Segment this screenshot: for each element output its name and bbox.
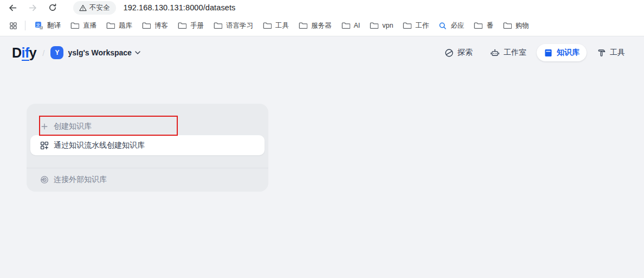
bookmarks-bar: 文A 翻译 直播 题库 博客 手册 语言学习 工具 服务器 [0,15,644,36]
bookmark-label: 工作 [415,21,429,30]
folder-icon [142,22,151,29]
top-nav: 探索 工作室 知识库 工具 [437,44,632,61]
bookmark-label: 工具 [275,21,289,30]
nav-label: 工具 [610,48,625,58]
logo-letter-d: D [12,45,22,61]
bookmark-folder[interactable]: 题库 [101,18,137,33]
back-arrow-icon [8,3,17,12]
connect-external-kb-button[interactable]: 连接外部知识库 [40,171,107,188]
workspace-name: yslg's Workspace [68,48,131,57]
bookmark-bing[interactable]: 必应 [434,18,469,33]
bookmark-label: vpn [382,22,393,29]
bookmark-folder[interactable]: 番 [469,18,498,33]
reload-icon [48,3,57,12]
bookmarks-divider [25,21,25,30]
tools-hammer-icon [597,48,606,58]
warning-triangle-icon [79,4,87,11]
bookmark-folder[interactable]: 博客 [137,18,173,33]
logo-letter-y: y [29,45,36,61]
external-target-icon [40,175,49,184]
bookmark-label: 直播 [83,21,96,30]
bookmark-folder[interactable]: 直播 [66,18,101,33]
dify-page: Dify / Y yslg's Workspace 探索 工作室 知识库 工具 [0,36,644,278]
bookmark-folder[interactable]: 服务器 [294,18,337,33]
bookmark-folder[interactable]: 手册 [173,18,209,33]
address-bar-row: 不安全 192.168.130.131:8000/datasets [0,0,644,15]
breadcrumb-separator: / [42,48,44,58]
menu-label: 连接外部知识库 [54,175,107,185]
site-security-chip[interactable]: 不安全 [73,1,116,15]
dify-logo[interactable]: Dify [12,45,36,61]
workspace-avatar: Y [50,46,63,59]
bookmark-label: 手册 [190,21,204,30]
url-text[interactable]: 192.168.130.131:8000/datasets [124,3,236,12]
nav-item-knowledge[interactable]: 知识库 [537,44,587,61]
bookmark-folder[interactable]: vpn [365,19,398,32]
folder-icon [474,22,482,29]
bookmark-folder[interactable]: 工作 [398,18,434,33]
bookmark-translate[interactable]: 文A 翻译 [30,18,66,33]
svg-text:A: A [40,26,42,29]
forward-button[interactable] [25,1,40,14]
nav-label: 探索 [458,48,473,58]
bookmark-label: 番 [486,21,493,30]
bookmark-folder[interactable]: 工具 [258,18,294,33]
reload-button[interactable] [46,1,60,14]
browser-chrome: 不安全 192.168.130.131:8000/datasets 文A 翻译 … [0,0,644,36]
security-label: 不安全 [89,3,110,12]
bookmark-label: 博客 [154,21,168,30]
folder-icon [70,22,79,29]
translate-icon: 文A [35,21,43,30]
bookmark-folder[interactable]: 购物 [498,18,534,33]
folder-icon [342,22,350,29]
folder-icon [370,22,378,29]
nav-label: 知识库 [557,48,579,58]
folder-icon [214,22,222,29]
explore-icon [445,48,454,58]
bookmark-label: 服务器 [311,21,332,30]
menu-label: 创建知识库 [54,122,92,131]
nav-item-explore[interactable]: 探索 [437,44,480,61]
apps-grid-button[interactable] [5,18,21,33]
bookmark-label: 题库 [119,21,132,30]
pipeline-grid-icon [40,141,49,150]
folder-icon [106,22,115,29]
create-kb-button[interactable]: 创建知识库 [40,118,92,135]
forward-arrow-icon [28,3,37,12]
folder-icon [299,22,307,29]
create-kb-card: 创建知识库 通过知识流水线创建知识库 连接外部知识库 [27,104,268,192]
studio-robot-icon [490,48,500,58]
apps-grid-icon [9,22,17,30]
bookmark-label: AI [354,22,360,29]
folder-icon [503,22,512,29]
nav-label: 工作室 [504,48,526,58]
bookmark-folder[interactable]: 语言学习 [209,18,258,33]
bookmark-label: 翻译 [47,21,61,30]
knowledge-book-icon [544,48,553,58]
folder-icon [263,22,272,29]
plus-icon [40,122,49,131]
folder-icon [178,22,186,29]
svg-text:文: 文 [36,23,41,28]
menu-label: 通过知识流水线创建知识库 [54,141,145,150]
chevron-down-icon [135,51,140,54]
logo-letters-if: if [22,46,29,61]
bookmark-label: 必应 [450,21,464,30]
bookmark-label: 语言学习 [226,21,253,30]
dify-header: Dify / Y yslg's Workspace 探索 工作室 知识库 工具 [0,36,644,69]
bookmark-folder[interactable]: AI [337,19,365,32]
workspace-selector[interactable]: Y yslg's Workspace [50,46,140,59]
create-kb-pipeline-button[interactable]: 通过知识流水线创建知识库 [30,135,265,155]
nav-item-tools[interactable]: 工具 [590,44,632,61]
back-button[interactable] [5,1,20,14]
nav-item-studio[interactable]: 工作室 [483,44,533,61]
search-icon [439,22,447,30]
folder-icon [403,22,411,29]
card-divider [27,168,268,168]
bookmark-label: 购物 [516,21,529,30]
